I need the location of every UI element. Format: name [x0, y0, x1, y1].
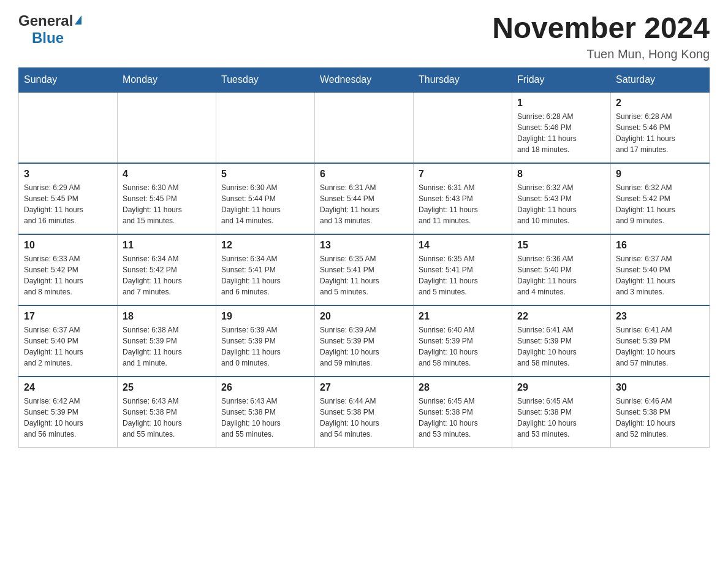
calendar-table: SundayMondayTuesdayWednesdayThursdayFrid…	[18, 67, 710, 448]
logo: General Blue	[18, 12, 82, 47]
day-info: Sunrise: 6:46 AM Sunset: 5:38 PM Dayligh…	[616, 396, 704, 440]
weekday-header-row: SundayMondayTuesdayWednesdayThursdayFrid…	[19, 67, 710, 92]
day-number: 4	[123, 169, 211, 180]
calendar-cell: 27Sunrise: 6:44 AM Sunset: 5:38 PM Dayli…	[315, 377, 414, 448]
calendar-cell: 18Sunrise: 6:38 AM Sunset: 5:39 PM Dayli…	[118, 305, 216, 377]
day-number: 18	[123, 311, 211, 322]
day-info: Sunrise: 6:32 AM Sunset: 5:42 PM Dayligh…	[616, 182, 704, 226]
calendar-cell: 4Sunrise: 6:30 AM Sunset: 5:45 PM Daylig…	[118, 163, 216, 234]
day-info: Sunrise: 6:30 AM Sunset: 5:45 PM Dayligh…	[123, 182, 211, 226]
title-block: November 2024 Tuen Mun, Hong Kong	[492, 12, 710, 61]
calendar-cell	[216, 92, 315, 163]
calendar-cell: 5Sunrise: 6:30 AM Sunset: 5:44 PM Daylig…	[216, 163, 315, 234]
calendar-cell: 6Sunrise: 6:31 AM Sunset: 5:44 PM Daylig…	[315, 163, 414, 234]
calendar-cell: 24Sunrise: 6:42 AM Sunset: 5:39 PM Dayli…	[19, 377, 118, 448]
day-number: 2	[616, 98, 704, 109]
weekday-header-sunday: Sunday	[19, 67, 118, 92]
calendar-cell	[414, 92, 512, 163]
day-number: 11	[123, 240, 211, 251]
day-info: Sunrise: 6:45 AM Sunset: 5:38 PM Dayligh…	[419, 396, 507, 440]
calendar-cell: 14Sunrise: 6:35 AM Sunset: 5:41 PM Dayli…	[414, 234, 512, 305]
calendar-cell: 23Sunrise: 6:41 AM Sunset: 5:39 PM Dayli…	[611, 305, 710, 377]
week-row-3: 10Sunrise: 6:33 AM Sunset: 5:42 PM Dayli…	[19, 234, 710, 305]
calendar-cell: 26Sunrise: 6:43 AM Sunset: 5:38 PM Dayli…	[216, 377, 315, 448]
calendar-cell	[315, 92, 414, 163]
page-header: General Blue November 2024 Tuen Mun, Hon…	[18, 12, 710, 61]
week-row-1: 1Sunrise: 6:28 AM Sunset: 5:46 PM Daylig…	[19, 92, 710, 163]
day-info: Sunrise: 6:44 AM Sunset: 5:38 PM Dayligh…	[320, 396, 408, 440]
calendar-cell: 16Sunrise: 6:37 AM Sunset: 5:40 PM Dayli…	[611, 234, 710, 305]
calendar-cell: 8Sunrise: 6:32 AM Sunset: 5:43 PM Daylig…	[512, 163, 611, 234]
calendar-cell: 22Sunrise: 6:41 AM Sunset: 5:39 PM Dayli…	[512, 305, 611, 377]
day-number: 24	[24, 382, 112, 393]
day-number: 21	[419, 311, 507, 322]
calendar-cell: 11Sunrise: 6:34 AM Sunset: 5:42 PM Dayli…	[118, 234, 216, 305]
day-info: Sunrise: 6:30 AM Sunset: 5:44 PM Dayligh…	[221, 182, 309, 226]
calendar-cell: 28Sunrise: 6:45 AM Sunset: 5:38 PM Dayli…	[414, 377, 512, 448]
logo-general-text: General	[18, 12, 73, 29]
calendar-cell: 1Sunrise: 6:28 AM Sunset: 5:46 PM Daylig…	[512, 92, 611, 163]
day-number: 13	[320, 240, 408, 251]
day-number: 28	[419, 382, 507, 393]
weekday-header-wednesday: Wednesday	[315, 67, 414, 92]
calendar-cell: 21Sunrise: 6:40 AM Sunset: 5:39 PM Dayli…	[414, 305, 512, 377]
day-number: 20	[320, 311, 408, 322]
calendar-cell	[118, 92, 216, 163]
calendar-cell	[19, 92, 118, 163]
day-number: 14	[419, 240, 507, 251]
day-number: 10	[24, 240, 112, 251]
calendar-cell: 12Sunrise: 6:34 AM Sunset: 5:41 PM Dayli…	[216, 234, 315, 305]
day-info: Sunrise: 6:28 AM Sunset: 5:46 PM Dayligh…	[517, 111, 605, 155]
day-info: Sunrise: 6:43 AM Sunset: 5:38 PM Dayligh…	[123, 396, 211, 440]
weekday-header-saturday: Saturday	[611, 67, 710, 92]
calendar-cell: 3Sunrise: 6:29 AM Sunset: 5:45 PM Daylig…	[19, 163, 118, 234]
day-info: Sunrise: 6:31 AM Sunset: 5:43 PM Dayligh…	[419, 182, 507, 226]
day-info: Sunrise: 6:37 AM Sunset: 5:40 PM Dayligh…	[24, 324, 112, 369]
day-info: Sunrise: 6:36 AM Sunset: 5:40 PM Dayligh…	[517, 253, 605, 297]
day-number: 29	[517, 382, 605, 393]
week-row-2: 3Sunrise: 6:29 AM Sunset: 5:45 PM Daylig…	[19, 163, 710, 234]
calendar-cell: 30Sunrise: 6:46 AM Sunset: 5:38 PM Dayli…	[611, 377, 710, 448]
day-number: 19	[221, 311, 309, 322]
day-number: 22	[517, 311, 605, 322]
logo-blue-text: Blue	[32, 29, 64, 46]
day-number: 30	[616, 382, 704, 393]
calendar-cell: 9Sunrise: 6:32 AM Sunset: 5:42 PM Daylig…	[611, 163, 710, 234]
day-info: Sunrise: 6:45 AM Sunset: 5:38 PM Dayligh…	[517, 396, 605, 440]
day-number: 15	[517, 240, 605, 251]
day-number: 12	[221, 240, 309, 251]
day-info: Sunrise: 6:29 AM Sunset: 5:45 PM Dayligh…	[24, 182, 112, 226]
weekday-header-tuesday: Tuesday	[216, 67, 315, 92]
day-number: 3	[24, 169, 112, 180]
day-number: 9	[616, 169, 704, 180]
day-number: 16	[616, 240, 704, 251]
day-number: 5	[221, 169, 309, 180]
day-info: Sunrise: 6:38 AM Sunset: 5:39 PM Dayligh…	[123, 324, 211, 369]
weekday-header-monday: Monday	[118, 67, 216, 92]
location-text: Tuen Mun, Hong Kong	[492, 47, 710, 61]
week-row-5: 24Sunrise: 6:42 AM Sunset: 5:39 PM Dayli…	[19, 377, 710, 448]
calendar-cell: 15Sunrise: 6:36 AM Sunset: 5:40 PM Dayli…	[512, 234, 611, 305]
calendar-cell: 25Sunrise: 6:43 AM Sunset: 5:38 PM Dayli…	[118, 377, 216, 448]
day-info: Sunrise: 6:40 AM Sunset: 5:39 PM Dayligh…	[419, 324, 507, 369]
day-number: 7	[419, 169, 507, 180]
day-number: 1	[517, 98, 605, 109]
day-info: Sunrise: 6:35 AM Sunset: 5:41 PM Dayligh…	[320, 253, 408, 297]
logo-triangle-icon	[75, 15, 82, 25]
day-number: 6	[320, 169, 408, 180]
calendar-cell: 17Sunrise: 6:37 AM Sunset: 5:40 PM Dayli…	[19, 305, 118, 377]
calendar-cell: 13Sunrise: 6:35 AM Sunset: 5:41 PM Dayli…	[315, 234, 414, 305]
calendar-cell: 19Sunrise: 6:39 AM Sunset: 5:39 PM Dayli…	[216, 305, 315, 377]
day-info: Sunrise: 6:43 AM Sunset: 5:38 PM Dayligh…	[221, 396, 309, 440]
day-number: 23	[616, 311, 704, 322]
weekday-header-friday: Friday	[512, 67, 611, 92]
day-number: 17	[24, 311, 112, 322]
day-info: Sunrise: 6:33 AM Sunset: 5:42 PM Dayligh…	[24, 253, 112, 297]
day-number: 27	[320, 382, 408, 393]
day-number: 8	[517, 169, 605, 180]
day-info: Sunrise: 6:37 AM Sunset: 5:40 PM Dayligh…	[616, 253, 704, 297]
day-info: Sunrise: 6:34 AM Sunset: 5:41 PM Dayligh…	[221, 253, 309, 297]
day-info: Sunrise: 6:28 AM Sunset: 5:46 PM Dayligh…	[616, 111, 704, 155]
calendar-cell: 20Sunrise: 6:39 AM Sunset: 5:39 PM Dayli…	[315, 305, 414, 377]
day-info: Sunrise: 6:39 AM Sunset: 5:39 PM Dayligh…	[221, 324, 309, 369]
